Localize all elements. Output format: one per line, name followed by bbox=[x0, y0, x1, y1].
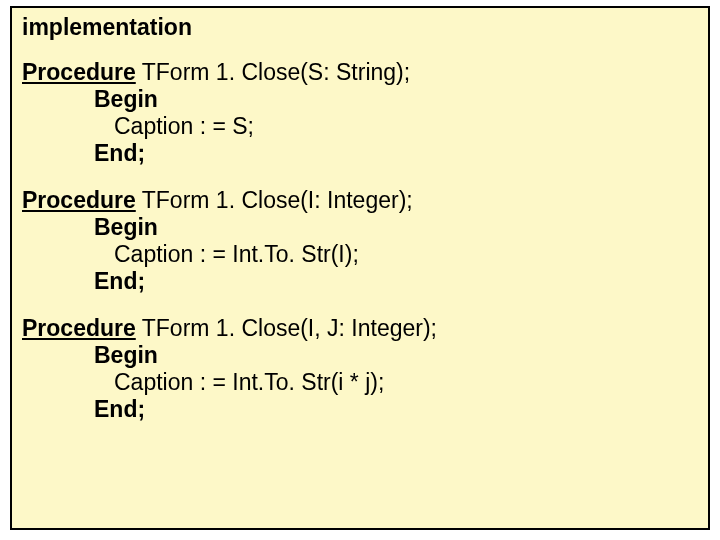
procedure-signature: TForm 1. Close(I, J: Integer); bbox=[136, 315, 437, 341]
procedure-keyword: Procedure bbox=[22, 59, 136, 85]
procedure-block-3: Procedure TForm 1. Close(I, J: Integer);… bbox=[22, 315, 698, 423]
procedure-body: Caption : = Int.To. Str(i * j); bbox=[22, 369, 698, 396]
begin-keyword: Begin bbox=[22, 342, 698, 369]
procedure-body: Caption : = Int.To. Str(I); bbox=[22, 241, 698, 268]
procedure-signature: TForm 1. Close(I: Integer); bbox=[136, 187, 413, 213]
end-keyword: End; bbox=[22, 268, 698, 295]
end-keyword: End; bbox=[22, 140, 698, 167]
procedure-body: Caption : = S; bbox=[22, 113, 698, 140]
procedure-header: Procedure TForm 1. Close(I: Integer); bbox=[22, 187, 698, 214]
procedure-keyword: Procedure bbox=[22, 187, 136, 213]
begin-keyword: Begin bbox=[22, 214, 698, 241]
begin-keyword: Begin bbox=[22, 86, 698, 113]
end-keyword: End; bbox=[22, 396, 698, 423]
procedure-header: Procedure TForm 1. Close(I, J: Integer); bbox=[22, 315, 698, 342]
procedure-header: Procedure TForm 1. Close(S: String); bbox=[22, 59, 698, 86]
section-title: implementation bbox=[22, 14, 698, 41]
procedure-block-1: Procedure TForm 1. Close(S: String); Beg… bbox=[22, 59, 698, 167]
procedure-block-2: Procedure TForm 1. Close(I: Integer); Be… bbox=[22, 187, 698, 295]
procedure-keyword: Procedure bbox=[22, 315, 136, 341]
code-frame: implementation Procedure TForm 1. Close(… bbox=[10, 6, 710, 530]
procedure-signature: TForm 1. Close(S: String); bbox=[136, 59, 410, 85]
